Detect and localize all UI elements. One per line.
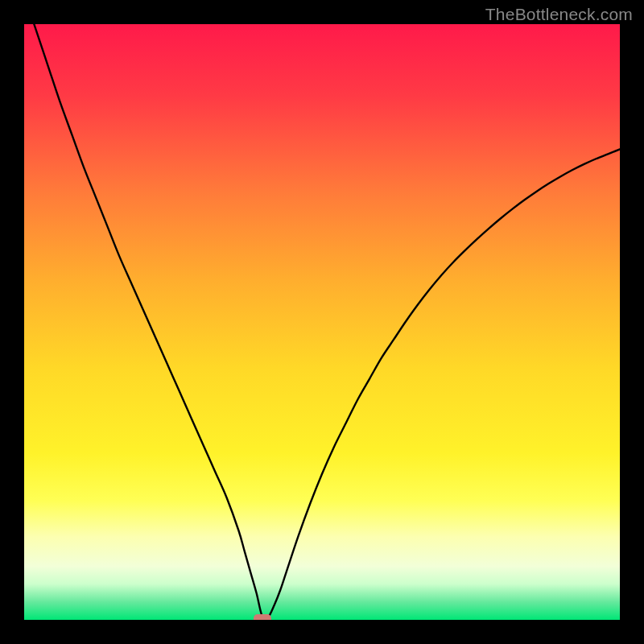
chart-background xyxy=(24,24,620,620)
watermark-text: TheBottleneck.com xyxy=(485,5,633,24)
bottleneck-chart xyxy=(24,24,620,620)
chart-canvas xyxy=(24,24,620,620)
minimum-marker xyxy=(254,614,271,620)
